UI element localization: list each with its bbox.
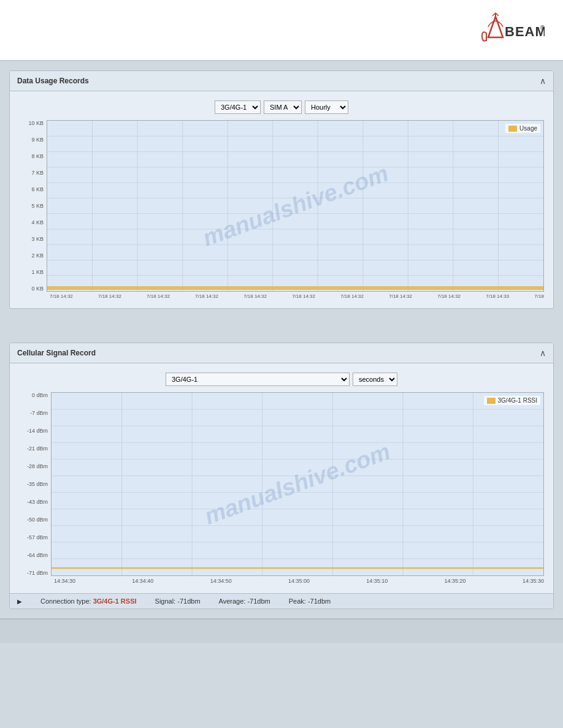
y-label-n64dbm: -64 dBm <box>27 552 48 558</box>
svg-text:®: ® <box>540 25 545 31</box>
signal-panel-body: 3G/4G-1 3G/4G-2 seconds minutes hours 0 … <box>10 363 553 593</box>
data-usage-panel: Data Usage Records ∧ 3G/4G-1 3G/4G-2 SIM… <box>9 70 554 309</box>
signal-panel-collapse-button[interactable]: ∧ <box>540 348 546 358</box>
y-label-n7dbm: -7 dBm <box>30 410 48 416</box>
data-usage-y-axis: 10 KB 9 KB 8 KB 7 KB 6 KB 5 KB 4 KB 3 KB… <box>19 120 47 292</box>
peak-label: Peak: -71dbm <box>289 597 331 605</box>
signal-value: -71dbm <box>177 597 200 605</box>
data-usage-chart-area: manualshive.com Usage <box>47 120 544 292</box>
data-usage-controls: 3G/4G-1 3G/4G-2 SIM A SIM B Hourly Daily… <box>19 100 544 114</box>
data-usage-title: Data Usage Records <box>17 77 89 85</box>
data-usage-chart-inner: 10 KB 9 KB 8 KB 7 KB 6 KB 5 KB 4 KB 3 KB… <box>19 120 544 292</box>
signal-panel: Cellular Signal Record ∧ 3G/4G-1 3G/4G-2… <box>9 343 554 609</box>
x-label-5: 7/18 14:32 <box>243 294 267 299</box>
interval-select[interactable]: Hourly Daily Monthly <box>305 100 348 114</box>
data-usage-panel-header: Data Usage Records ∧ <box>10 71 553 91</box>
y-label-n28dbm: -28 dBm <box>27 463 48 469</box>
y-label-5kb: 5 KB <box>31 203 44 209</box>
signal-info-bar: ▶ Connection type: 3G/4G-1 RSSI Signal: … <box>10 593 553 609</box>
y-label-1kb: 1 KB <box>31 269 44 275</box>
x-label-9: 7/18 14:32 <box>437 294 461 299</box>
bottom-footer <box>0 618 563 643</box>
y-label-n57dbm: -57 dBm <box>27 534 48 540</box>
signal-x-label-4: 14:35:00 <box>288 578 310 584</box>
y-label-0dbm: 0 dBm <box>32 392 48 398</box>
x-label-6: 7/18 14:32 <box>292 294 315 299</box>
y-label-n43dbm: -43 dBm <box>27 499 48 505</box>
y-label-6kb: 6 KB <box>31 186 44 192</box>
data-usage-collapse-button[interactable]: ∧ <box>540 76 546 86</box>
info-bar-toggle[interactable]: ▶ <box>17 598 22 605</box>
signal-x-label-5: 14:35:10 <box>366 578 388 584</box>
x-label-8: 7/18 14:32 <box>389 294 412 299</box>
data-usage-x-axis: 7/18 14:32 7/18 14:32 7/18 14:32 7/18 14… <box>19 294 544 299</box>
signal-x-label-6: 14:35:20 <box>445 578 466 584</box>
signal-chart-container: 0 dBm -7 dBm -14 dBm -21 dBm -28 dBm -35… <box>19 392 544 584</box>
data-usage-legend: Usage <box>505 124 540 133</box>
signal-controls: 3G/4G-1 3G/4G-2 seconds minutes hours <box>19 373 544 386</box>
logo-container: BEAM ® <box>459 12 545 48</box>
connection-type-value: 3G/4G-1 RSSI <box>93 597 137 605</box>
signal-y-axis: 0 dBm -7 dBm -14 dBm -21 dBm -28 dBm -35… <box>19 392 51 576</box>
signal-panel-title: Cellular Signal Record <box>17 349 96 357</box>
data-usage-body: 3G/4G-1 3G/4G-2 SIM A SIM B Hourly Daily… <box>10 91 553 308</box>
y-label-2kb: 2 KB <box>31 252 44 259</box>
signal-x-label-7: 14:35:30 <box>523 578 544 584</box>
y-label-n21dbm: -21 dBm <box>27 446 48 452</box>
svg-rect-26 <box>47 286 543 290</box>
x-label-10: 7/18 14:33 <box>486 294 509 299</box>
y-label-8kb: 8 KB <box>31 153 44 159</box>
y-label-n50dbm: -50 dBm <box>27 517 48 523</box>
signal-grid-svg <box>52 393 543 575</box>
y-label-7kb: 7 KB <box>31 170 44 176</box>
peak-value: -71dbm <box>308 597 331 605</box>
signal-x-axis: 14:34:30 14:34:40 14:34:50 14:35:00 14:3… <box>19 578 544 584</box>
signal-device-select[interactable]: 3G/4G-1 3G/4G-2 <box>166 373 350 386</box>
main-content: Data Usage Records ∧ 3G/4G-1 3G/4G-2 SIM… <box>0 61 563 618</box>
y-label-n14dbm: -14 dBm <box>27 428 48 434</box>
data-usage-grid-svg <box>47 121 543 291</box>
data-usage-legend-color <box>508 126 517 132</box>
y-label-3kb: 3 KB <box>31 236 44 242</box>
x-label-11: 7/18 <box>534 294 544 299</box>
y-label-4kb: 4 KB <box>31 219 44 226</box>
sim-select[interactable]: SIM A SIM B <box>264 100 302 114</box>
signal-panel-header: Cellular Signal Record ∧ <box>10 343 553 363</box>
average-value: -71dbm <box>247 597 270 605</box>
signal-legend-color <box>487 398 496 404</box>
x-label-2: 7/18 14:32 <box>98 294 121 299</box>
x-label-3: 7/18 14:32 <box>147 294 170 299</box>
beam-logo: BEAM ® <box>459 12 545 48</box>
signal-x-label-3: 14:34:50 <box>210 578 232 584</box>
connection-type-label: Connection type: 3G/4G-1 RSSI <box>40 597 137 605</box>
x-label-1: 7/18 14:32 <box>50 294 73 299</box>
signal-chart-inner: 0 dBm -7 dBm -14 dBm -21 dBm -28 dBm -35… <box>19 392 544 576</box>
y-label-n71dbm: -71 dBm <box>27 570 48 576</box>
data-usage-legend-label: Usage <box>519 125 537 132</box>
signal-x-label-2: 14:34:40 <box>132 578 153 584</box>
svg-marker-0 <box>488 17 503 37</box>
svg-text:BEAM: BEAM <box>505 24 545 39</box>
y-label-0kb: 0 KB <box>31 286 44 292</box>
y-label-n35dbm: -35 dBm <box>27 481 48 487</box>
top-header: BEAM ® <box>0 0 563 61</box>
y-label-10kb: 10 KB <box>28 120 44 126</box>
device-select[interactable]: 3G/4G-1 3G/4G-2 <box>215 100 261 114</box>
x-label-7: 7/18 14:32 <box>340 294 364 299</box>
signal-chart-area: manualshive.com 3G/4G-1 RSSI <box>51 392 544 576</box>
signal-interval-select[interactable]: seconds minutes hours <box>353 373 397 386</box>
signal-label: Signal: -71dbm <box>155 597 201 605</box>
signal-x-label-1: 14:34:30 <box>54 578 75 584</box>
spacer <box>9 321 554 330</box>
signal-legend: 3G/4G-1 RSSI <box>484 396 540 405</box>
y-label-9kb: 9 KB <box>31 137 44 143</box>
x-label-4: 7/18 14:32 <box>195 294 218 299</box>
average-label: Average: -71dbm <box>219 597 270 605</box>
signal-legend-label: 3G/4G-1 RSSI <box>498 397 537 404</box>
data-usage-chart-container: 10 KB 9 KB 8 KB 7 KB 6 KB 5 KB 4 KB 3 KB… <box>19 120 544 299</box>
